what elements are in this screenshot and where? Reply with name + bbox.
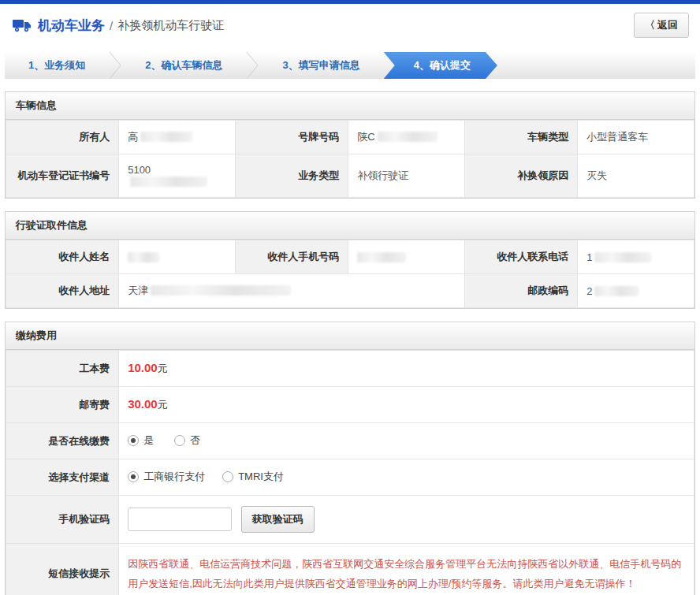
pickup-info-section: 行驶证取件信息 收件人姓名 收件人手机号码 收件人联系电话 1 收件人地址 天津… — [5, 211, 695, 309]
tab-step-4-label: 4、确认提交 — [414, 58, 471, 73]
channel-tmri-radio[interactable]: TMRI支付 — [222, 470, 284, 484]
sms-code-input[interactable] — [128, 508, 232, 531]
chevron-left-icon: 〈 — [645, 18, 655, 32]
tab-step-2-label: 2、确认车辆信息 — [145, 58, 222, 73]
redacted-value — [140, 132, 192, 142]
sms-code-row: 获取验证码 — [119, 496, 694, 544]
radio-checked-icon — [128, 435, 139, 446]
tab-separator-icon — [109, 52, 121, 79]
radio-unchecked-icon — [222, 471, 233, 482]
zipcode-value: 2 — [578, 274, 694, 308]
vehicle-section-title: 车辆信息 — [6, 92, 694, 120]
registration-no-value: 5100 — [119, 154, 236, 198]
get-code-button[interactable]: 获取验证码 — [241, 506, 315, 533]
table-row: 工本费 10.00元 — [6, 351, 694, 387]
redacted-value — [594, 286, 639, 296]
recipient-name-value — [119, 240, 236, 274]
vehicle-info-section: 车辆信息 所有人 高 号牌号码 陕C 车辆类型 小型普通客车 机动车登记证书编号… — [5, 91, 695, 199]
step-tabbar: 1、业务须知 2、确认车辆信息 3、填写申请信息 4、确认提交 — [5, 52, 695, 79]
sms-notice-text: 因陕西省联通、电信运营商技术问题，陕西省互联网交通安全综合服务管理平台无法向持陕… — [119, 544, 694, 595]
radio-checked-icon — [128, 471, 139, 482]
online-pay-label: 是否在线缴费 — [6, 423, 119, 459]
recipient-address-value: 天津 — [119, 274, 465, 308]
redacted-value — [128, 252, 159, 262]
tab-step-3-label: 3、填写申请信息 — [282, 58, 359, 73]
table-row: 所有人 高 号牌号码 陕C 车辆类型 小型普通客车 — [6, 121, 694, 154]
table-row: 收件人姓名 收件人手机号码 收件人联系电话 1 — [6, 240, 694, 274]
tab-step-4-active[interactable]: 4、确认提交 — [384, 52, 497, 79]
page-subtitle: 补换领机动车行驶证 — [117, 18, 224, 33]
zipcode-label: 邮政编码 — [465, 274, 578, 308]
back-button[interactable]: 〈 返回 — [634, 13, 689, 38]
registration-no-label: 机动车登记证书编号 — [6, 154, 119, 198]
cost-fee-value: 10.00元 — [119, 351, 694, 387]
plate-value: 陕C — [348, 121, 465, 154]
channel-icbc-label: 工商银行支付 — [143, 470, 205, 484]
recipient-phone-label: 收件人联系电话 — [465, 240, 578, 274]
back-button-label: 返回 — [657, 18, 678, 32]
pickup-section-title: 行驶证取件信息 — [6, 212, 694, 240]
tab-step-1-label: 1、业务须知 — [28, 58, 85, 73]
online-pay-yes-label: 是 — [143, 433, 154, 448]
pay-channel-options: 工商银行支付 TMRI支付 — [119, 459, 694, 496]
table-row: 收件人地址 天津 邮政编码 2 — [6, 274, 694, 308]
online-pay-yes-radio[interactable]: 是 — [128, 433, 154, 448]
owner-label: 所有人 — [6, 121, 119, 154]
tab-step-1[interactable]: 1、业务须知 — [5, 52, 109, 79]
payment-section: 缴纳费用 工本费 10.00元 邮寄费 30.00元 是否在线缴费 是 否 选择… — [5, 322, 695, 595]
cost-fee-label: 工本费 — [6, 351, 119, 387]
payment-section-title: 缴纳费用 — [6, 322, 694, 350]
redacted-value — [378, 132, 438, 142]
tab-step-2[interactable]: 2、确认车辆信息 — [121, 52, 246, 79]
truck-icon — [13, 19, 32, 32]
redacted-value — [130, 177, 207, 187]
online-pay-no-radio[interactable]: 否 — [174, 433, 200, 448]
plate-label: 号牌号码 — [236, 121, 348, 154]
recipient-name-label: 收件人姓名 — [6, 240, 119, 274]
reason-value: 灭失 — [578, 154, 694, 198]
business-type-label: 业务类型 — [236, 154, 348, 198]
redacted-value — [357, 252, 406, 262]
sms-code-label: 手机验证码 — [6, 496, 119, 544]
tab-step-3[interactable]: 3、填写申请信息 — [259, 52, 383, 79]
postage-fee-value: 30.00元 — [119, 387, 694, 423]
channel-tmri-label: TMRI支付 — [238, 470, 284, 484]
redacted-value — [594, 252, 651, 262]
recipient-address-label: 收件人地址 — [6, 274, 119, 308]
table-row: 手机验证码 获取验证码 — [6, 496, 694, 544]
online-pay-no-label: 否 — [190, 433, 200, 448]
postage-fee-label: 邮寄费 — [6, 387, 119, 423]
table-row: 选择支付渠道 工商银行支付 TMRI支付 — [6, 459, 694, 496]
page-title: 机动车业务 — [38, 17, 105, 35]
table-row: 短信接收提示 因陕西省联通、电信运营商技术问题，陕西省互联网交通安全综合服务管理… — [6, 544, 694, 595]
redacted-value — [151, 285, 291, 296]
vehicle-type-label: 车辆类型 — [465, 121, 578, 154]
table-row: 邮寄费 30.00元 — [6, 387, 694, 423]
table-row: 机动车登记证书编号 5100 业务类型 补领行驶证 补换领原因 灭失 — [6, 154, 694, 198]
owner-value: 高 — [119, 121, 236, 154]
online-pay-options: 是 否 — [119, 423, 694, 459]
reason-label: 补换领原因 — [465, 154, 578, 198]
business-type-value: 补领行驶证 — [348, 154, 465, 198]
sms-notice-label: 短信接收提示 — [6, 544, 119, 595]
radio-unchecked-icon — [174, 435, 185, 446]
tab-separator-icon — [246, 52, 259, 79]
recipient-mobile-label: 收件人手机号码 — [236, 240, 348, 274]
recipient-mobile-value — [348, 240, 465, 274]
channel-icbc-radio[interactable]: 工商银行支付 — [128, 470, 205, 484]
recipient-phone-value: 1 — [578, 240, 694, 274]
vehicle-type-value: 小型普通客车 — [578, 121, 694, 154]
page-header: 机动车业务 / 补换领机动车行驶证 〈 返回 — [0, 4, 700, 46]
breadcrumb-divider: / — [110, 19, 113, 32]
pay-channel-label: 选择支付渠道 — [6, 459, 119, 496]
table-row: 是否在线缴费 是 否 — [6, 423, 694, 459]
